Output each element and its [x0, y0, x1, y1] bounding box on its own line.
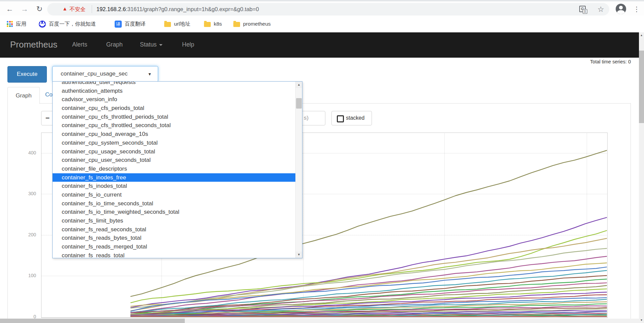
- nav-alerts[interactable]: Alerts: [72, 41, 87, 48]
- execute-button[interactable]: Execute: [7, 66, 47, 83]
- metric-option[interactable]: container_fs_io_time_seconds_total: [53, 199, 296, 208]
- bookmark-label: url地址: [174, 21, 190, 28]
- bookmark-label: k8s: [214, 21, 222, 27]
- scroll-down-icon[interactable]: ▼: [639, 319, 644, 322]
- metric-dropdown: authenticated_user_requestsauthenticatio…: [52, 81, 302, 258]
- y-axis-tick-label: 100: [16, 273, 36, 278]
- metric-option[interactable]: container_fs_inodes_total: [53, 182, 296, 190]
- not-secure-label[interactable]: 不安全: [69, 6, 86, 13]
- scroll-down-icon[interactable]: ▼: [296, 252, 302, 258]
- metric-option[interactable]: container_fs_limit_bytes: [53, 216, 296, 225]
- vertical-scrollbar-thumb[interactable]: [639, 51, 644, 123]
- brand-prometheus[interactable]: Prometheus: [10, 39, 57, 50]
- bookmark-label: 百度翻译: [125, 21, 146, 28]
- metric-option[interactable]: container_fs_reads_total: [53, 251, 296, 258]
- page-vertical-scrollbar[interactable]: ▲ ▼: [639, 32, 644, 323]
- baidu-icon: [39, 21, 46, 28]
- stacked-toggle[interactable]: stacked: [331, 111, 372, 125]
- bookmark-folder-url[interactable]: url地址: [164, 16, 190, 32]
- metric-option[interactable]: container_fs_io_time_weighted_seconds_to…: [53, 208, 296, 216]
- bookmark-folder-k8s[interactable]: k8s: [204, 16, 222, 32]
- folder-icon: [233, 22, 240, 27]
- url-separator: [92, 5, 92, 13]
- tab-graph[interactable]: Graph: [7, 87, 40, 104]
- browser-window: ← → ↻ ▲ 不安全 192.168.2.6:31611/graph?g0.r…: [0, 0, 644, 323]
- y-axis-tick-label: 400: [16, 150, 36, 155]
- folder-icon: [204, 22, 211, 27]
- dropdown-scrollbar-thumb[interactable]: [296, 98, 302, 109]
- chevron-down-icon: [159, 44, 163, 46]
- bookmark-baidu-translate[interactable]: 译 百度翻译: [115, 16, 146, 32]
- nav-help[interactable]: Help: [182, 41, 194, 48]
- metric-option[interactable]: cadvisor_version_info: [53, 95, 296, 104]
- dropdown-caret-icon[interactable]: ▼: [148, 72, 152, 77]
- metric-option[interactable]: authentication_attempts: [53, 87, 296, 95]
- tab-console[interactable]: Co: [45, 91, 53, 98]
- metric-option[interactable]: authenticated_user_requests: [53, 81, 296, 87]
- bookmark-apps[interactable]: 应用: [7, 16, 26, 32]
- metric-option[interactable]: container_fs_reads_bytes_total: [53, 234, 296, 242]
- profile-avatar-icon[interactable]: [616, 4, 626, 14]
- scroll-up-icon[interactable]: ▲: [296, 82, 302, 88]
- scroll-up-icon[interactable]: ▲: [639, 34, 644, 37]
- metric-option[interactable]: container_cpu_usage_seconds_total: [53, 147, 296, 156]
- metric-dropdown-list: authenticated_user_requestsauthenticatio…: [53, 81, 296, 258]
- page-horizontal-scrollbar[interactable]: [0, 319, 639, 323]
- y-axis-tick-label: 300: [16, 191, 36, 196]
- translate-page-icon[interactable]: G文: [579, 6, 587, 13]
- reload-button[interactable]: ↻: [34, 4, 45, 14]
- bookmarks-bar: 应用 百度一下，你就知道 译 百度翻译 url地址 k8s prometheus: [0, 16, 644, 33]
- bookmark-star-icon[interactable]: ☆: [597, 5, 604, 14]
- browser-toolbar: ← → ↻ ▲ 不安全 192.168.2.6:31611/graph?g0.r…: [0, 0, 644, 17]
- horizontal-scrollbar-thumb[interactable]: [0, 319, 185, 323]
- metric-option[interactable]: container_fs_read_seconds_total: [53, 225, 296, 234]
- dropdown-scrollbar[interactable]: ▲ ▼: [295, 82, 302, 258]
- chart-series-line: [131, 316, 607, 317]
- metric-option[interactable]: container_file_descriptors: [53, 165, 296, 173]
- total-time-series-label: Total time series: 0: [530, 59, 631, 64]
- bookmark-label: prometheus: [243, 21, 271, 27]
- metric-input-value: container_cpu_usage_sec: [61, 70, 127, 77]
- metric-option[interactable]: container_cpu_cfs_throttled_periods_tota…: [53, 113, 296, 121]
- address-bar[interactable]: ▲ 不安全 192.168.2.6:31611/graph?g0.range_i…: [47, 3, 609, 16]
- warning-icon: ▲: [62, 6, 67, 11]
- nav-status[interactable]: Status: [140, 41, 163, 48]
- url-text[interactable]: 192.168.2.6:31611/graph?g0.range_input=1…: [96, 6, 259, 12]
- y-axis-tick-label: 200: [16, 232, 36, 237]
- bookmark-folder-prometheus[interactable]: prometheus: [233, 16, 271, 32]
- forward-button[interactable]: →: [20, 4, 30, 14]
- resolution-placeholder: s): [304, 115, 309, 121]
- folder-icon: [164, 22, 171, 27]
- metric-option[interactable]: container_cpu_load_average_10s: [53, 130, 296, 139]
- bookmark-label: 应用: [16, 21, 26, 28]
- metric-option[interactable]: container_fs_io_current: [53, 190, 296, 199]
- stacked-checkbox[interactable]: [337, 115, 344, 122]
- url-path: :31611/graph?g0.range_input=1h&g0.expr=&…: [126, 6, 259, 12]
- metric-option[interactable]: container_cpu_cfs_throttled_seconds_tota…: [53, 121, 296, 130]
- metric-option[interactable]: container_cpu_system_seconds_total: [53, 139, 296, 147]
- metric-option[interactable]: container_cpu_cfs_periods_total: [53, 104, 296, 113]
- translate-icon: 译: [115, 21, 122, 28]
- prometheus-navbar: Prometheus Alerts Graph Status Help: [0, 32, 644, 58]
- apps-grid-icon: [7, 21, 13, 27]
- nav-graph[interactable]: Graph: [106, 41, 123, 48]
- metric-option[interactable]: container_fs_reads_merged_total: [53, 242, 296, 251]
- metric-option[interactable]: container_fs_inodes_free: [53, 173, 296, 182]
- browser-menu-icon[interactable]: ⋮: [633, 4, 640, 14]
- bookmark-baidu[interactable]: 百度一下，你就知道: [39, 16, 96, 32]
- bookmark-label: 百度一下，你就知道: [49, 21, 96, 28]
- stacked-label: stacked: [346, 115, 364, 121]
- back-button[interactable]: ←: [5, 4, 15, 14]
- url-host: 192.168.2.6: [96, 6, 126, 12]
- metric-option[interactable]: container_cpu_user_seconds_total: [53, 156, 296, 165]
- metric-select-input[interactable]: container_cpu_usage_sec ▼: [52, 66, 158, 82]
